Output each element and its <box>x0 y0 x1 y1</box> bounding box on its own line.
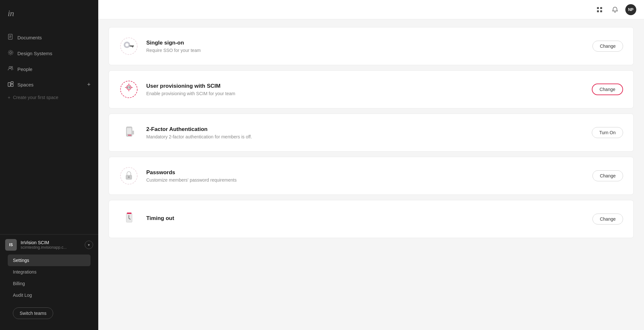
svg-rect-14 <box>597 10 599 12</box>
spaces-section: Spaces + <box>0 77 98 92</box>
team-details: InVision SCIM scimtesting.invisionapp.c.… <box>21 240 81 250</box>
passwords-action: Change <box>592 170 623 181</box>
menu-item-integrations[interactable]: Integrations <box>5 266 93 278</box>
user-avatar[interactable]: NP <box>625 4 636 15</box>
svg-point-29 <box>128 87 130 88</box>
svg-rect-31 <box>127 128 131 134</box>
svg-point-18 <box>125 43 129 46</box>
2fa-turn-on-button[interactable]: Turn On <box>592 127 623 138</box>
people-label: People <box>17 66 33 72</box>
people-icon <box>8 65 14 73</box>
svg-rect-10 <box>11 82 13 84</box>
menu-item-settings[interactable]: Settings <box>8 255 91 266</box>
sso-card: Single sign-on Require SSO for your team… <box>109 27 634 65</box>
timing-change-button[interactable]: Change <box>592 214 623 225</box>
sidebar-item-people[interactable]: People <box>0 61 98 77</box>
design-systems-label: Design Systems <box>17 51 52 56</box>
svg-rect-15 <box>600 10 602 12</box>
spaces-icon <box>8 81 14 88</box>
team-url: scimtesting.invisionapp.c... <box>21 245 81 250</box>
scim-card: User provisioning with SCIM Enable provi… <box>109 70 634 108</box>
passwords-content: Passwords Customize members' password re… <box>146 169 585 183</box>
scim-title: User provisioning with SCIM <box>146 83 584 89</box>
2fa-icon <box>119 123 139 142</box>
settings-content: Single sign-on Require SSO for your team… <box>98 19 644 330</box>
scim-change-button[interactable]: Change <box>592 84 623 95</box>
svg-rect-21 <box>131 45 132 47</box>
design-systems-icon <box>8 50 14 57</box>
svg-rect-9 <box>8 83 10 86</box>
team-chevron-button[interactable]: ▾ <box>85 241 93 249</box>
sso-change-button[interactable]: Change <box>592 41 623 52</box>
sso-content: Single sign-on Require SSO for your team <box>146 40 585 53</box>
documents-icon <box>8 34 14 41</box>
team-section: IS InVision SCIM scimtesting.invisionapp… <box>0 234 98 330</box>
documents-label: Documents <box>17 35 42 40</box>
passwords-title: Passwords <box>146 169 585 176</box>
team-info: IS InVision SCIM scimtesting.invisionapp… <box>5 239 93 251</box>
passwords-description: Customize members' password requirements <box>146 177 585 183</box>
spaces-label: Spaces <box>17 82 34 87</box>
create-space-plus-icon: + <box>8 95 10 100</box>
svg-rect-39 <box>126 213 132 222</box>
timing-action: Change <box>592 214 623 225</box>
sidebar-logo: in <box>0 0 98 26</box>
svg-rect-11 <box>11 84 13 86</box>
svg-point-22 <box>120 81 137 98</box>
create-space-label: Create your first space <box>13 95 58 100</box>
timing-icon <box>119 209 139 229</box>
scim-description: Enable provisioning with SCIM for your t… <box>146 91 584 96</box>
team-avatar: IS <box>5 239 17 251</box>
scim-content: User provisioning with SCIM Enable provi… <box>146 83 584 96</box>
timing-content: Timing out <box>146 215 585 223</box>
svg-rect-20 <box>132 45 133 47</box>
sidebar-item-documents[interactable]: Documents <box>0 30 98 45</box>
timing-card: Timing out Change <box>109 200 634 238</box>
svg-point-6 <box>8 50 13 55</box>
scim-icon <box>119 80 139 99</box>
svg-point-5 <box>10 52 12 54</box>
svg-point-38 <box>128 176 130 178</box>
svg-point-7 <box>9 66 11 68</box>
menu-item-billing[interactable]: Billing <box>5 278 93 289</box>
2fa-card: 2-Factor Authentication Mandatory 2-fact… <box>109 114 634 152</box>
team-name: InVision SCIM <box>21 240 81 245</box>
svg-rect-12 <box>597 7 599 9</box>
sidebar-nav: Documents Design Systems People <box>0 26 98 234</box>
2fa-title: 2-Factor Authentication <box>146 126 584 133</box>
main-content: NP Single sign-on Require SSO for your t… <box>98 0 644 330</box>
add-space-icon[interactable]: + <box>87 81 91 88</box>
menu-item-audit-log[interactable]: Audit Log <box>5 289 93 301</box>
logo: in <box>8 9 91 20</box>
2fa-action: Turn On <box>592 127 623 138</box>
svg-point-33 <box>129 135 130 136</box>
passwords-change-button[interactable]: Change <box>592 170 623 181</box>
svg-rect-35 <box>131 131 134 135</box>
svg-text:in: in <box>8 9 14 18</box>
svg-point-8 <box>11 66 13 68</box>
2fa-content: 2-Factor Authentication Mandatory 2-fact… <box>146 126 584 139</box>
svg-point-34 <box>130 135 131 136</box>
settings-menu: Settings Integrations Billing Audit Log <box>5 252 93 304</box>
svg-point-32 <box>128 135 129 136</box>
2fa-description: Mandatory 2-factor authentication for me… <box>146 134 584 139</box>
timing-title: Timing out <box>146 215 585 222</box>
sidebar: in Documents Design Syst <box>0 0 98 330</box>
scim-action: Change <box>592 84 623 95</box>
switch-teams-button[interactable]: Switch teams <box>13 307 53 319</box>
grid-icon[interactable] <box>594 5 605 15</box>
svg-rect-13 <box>600 7 602 9</box>
notifications-bell-icon[interactable] <box>610 5 620 15</box>
sso-icon <box>119 36 139 56</box>
passwords-card: Passwords Customize members' password re… <box>109 157 634 195</box>
passwords-icon <box>119 166 139 185</box>
sso-title: Single sign-on <box>146 40 585 46</box>
svg-rect-40 <box>127 213 131 214</box>
create-first-space[interactable]: + Create your first space <box>0 92 98 104</box>
sso-action: Change <box>592 41 623 52</box>
sso-description: Require SSO for your team <box>146 48 585 53</box>
topbar: NP <box>98 0 644 19</box>
sidebar-item-design-systems[interactable]: Design Systems <box>0 45 98 61</box>
